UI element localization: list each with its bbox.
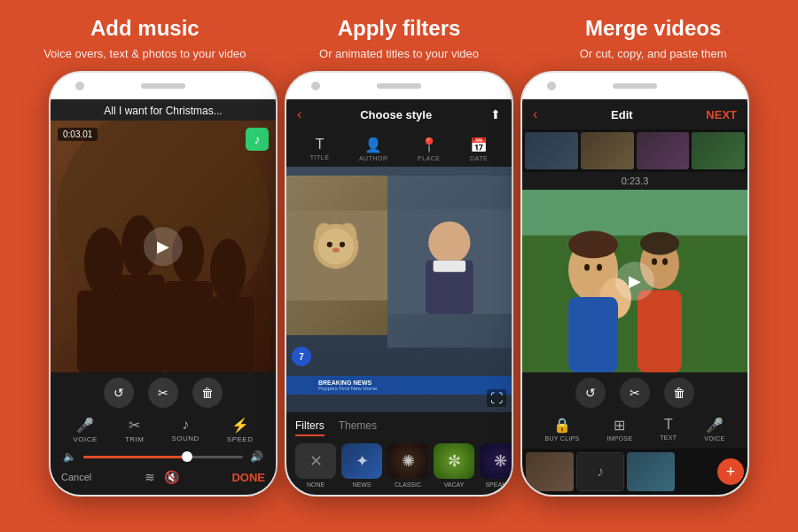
filter-news-label: NEWS — [353, 481, 372, 488]
bottom-icons: ≋ 🔇 — [145, 470, 179, 484]
puppy-area — [286, 176, 395, 335]
tool-voice[interactable]: 🎤 VOICE — [74, 417, 98, 443]
svg-point-15 — [318, 229, 355, 265]
delete-button[interactable]: 🗑 — [192, 378, 223, 408]
filter-speaker-label: SPEAKER — [485, 481, 512, 488]
svg-point-31 — [584, 264, 590, 271]
svg-rect-25 — [522, 236, 747, 373]
trim-button[interactable]: ✂ — [148, 378, 178, 408]
phone2-share-button[interactable]: ⬆ — [490, 107, 501, 121]
icon-place[interactable]: 📍 PLACE — [418, 137, 440, 161]
filter-tabs: Filters Themes — [295, 419, 503, 436]
filter-speaker[interactable]: ❋ SPEAKER — [480, 443, 512, 488]
icon-author[interactable]: 👤 AUTHOR — [359, 137, 388, 161]
phone1-play-button[interactable]: ▶ — [144, 227, 183, 266]
music-note-badge: ♪ — [246, 128, 269, 151]
done-button[interactable]: DONE — [231, 471, 265, 484]
filter-none-label: NONE — [307, 481, 325, 488]
impose-icon: ⊞ — [614, 417, 625, 434]
place-icon: 📍 — [420, 137, 438, 153]
filter-none[interactable]: ✕ NONE — [295, 443, 336, 488]
phone-apply-filters: ‹ Choose style ⬆ T TITLE 👤 AUTHOR 📍 PLAC… — [285, 71, 513, 497]
phone2-video-area: 7 BREAKING NEWS Puppies Find New Home ⛶ — [286, 167, 512, 412]
news-lower-third: 7 BREAKING NEWS Puppies Find New Home — [286, 376, 512, 395]
voice-icon: 🎤 — [76, 417, 94, 434]
fullscreen-button[interactable]: ⛶ — [487, 389, 506, 407]
phone2-header: ‹ Choose style ⬆ — [286, 99, 512, 129]
vol-high-icon: 🔊 — [250, 450, 263, 463]
icon-date[interactable]: 📅 DATE — [470, 137, 488, 161]
phone3-title: Edit — [611, 108, 633, 121]
date-label: DATE — [470, 155, 488, 161]
phone1-controls: ↺ ✂ 🗑 🎤 VOICE ✂ TRIM ♪ SOUND — [51, 372, 276, 495]
svg-rect-36 — [638, 290, 682, 372]
cancel-button[interactable]: Cancel — [61, 472, 91, 482]
phone2-back-button[interactable]: ‹ — [297, 106, 301, 122]
p3-delete-button[interactable]: 🗑 — [664, 378, 694, 408]
phone3-tool-row: 🔒 BUY CLIPS ⊞ IMPOSE T TEXT 🎤 VOICE — [522, 413, 747, 445]
phone3-timestamp: 0:23.3 — [522, 172, 747, 190]
filter-classic[interactable]: ✺ CLASSIC — [387, 443, 428, 488]
tab-themes[interactable]: Themes — [339, 419, 377, 436]
tool-sound[interactable]: ♪ SOUND — [171, 417, 199, 443]
music-note-circle: ♪ — [577, 453, 623, 490]
svg-point-30 — [640, 232, 679, 255]
filter-news[interactable]: ✦ NEWS — [341, 443, 382, 488]
place-label: PLACE — [418, 155, 440, 161]
text-label: TEXT — [660, 434, 677, 441]
title-label: TITLE — [310, 154, 330, 160]
undo-button[interactable]: ↺ — [104, 378, 134, 408]
filter-vacay-label: VACAY — [444, 481, 465, 488]
phone3-back-button[interactable]: ‹ — [533, 106, 537, 122]
bottom-thumb-3 — [627, 452, 675, 491]
title-icon: T — [316, 137, 325, 153]
tool-speed[interactable]: ⚡ SPEED — [227, 417, 254, 443]
burst-classic: ✺ — [387, 443, 428, 479]
p3-cut-button[interactable]: ✂ — [620, 378, 650, 408]
phone2-icons-row: T TITLE 👤 AUTHOR 📍 PLACE 📅 DATE — [286, 129, 512, 167]
tool-text[interactable]: T TEXT — [660, 417, 677, 442]
phone3-next-button[interactable]: NEXT — [706, 108, 737, 121]
feature-title-3: Merge videos — [526, 16, 780, 41]
phone3-top-strip — [522, 129, 747, 172]
phone3-controls: ↺ ✂ 🗑 🔒 BUY CLIPS ⊞ IMPOSE T TEXT — [522, 372, 747, 449]
volume-fill — [83, 456, 187, 458]
tool-impose[interactable]: ⊞ IMPOSE — [606, 417, 632, 442]
tool-buy-clips[interactable]: 🔒 BUY CLIPS — [544, 417, 579, 442]
strip-thumb-1 — [525, 132, 578, 169]
burst-news: ✦ — [341, 443, 382, 479]
speed-icon: ⚡ — [231, 417, 249, 434]
p3-undo-button[interactable]: ↺ — [575, 378, 606, 408]
phone1-video-area: 0:03.01 ♪ ▶ — [51, 121, 276, 372]
filter-news-img: ✦ — [341, 443, 382, 479]
phone1-tool-row: 🎤 VOICE ✂ TRIM ♪ SOUND ⚡ SPEED — [51, 413, 276, 447]
volume-slider[interactable] — [83, 456, 243, 458]
phone3-ctrl-row: ↺ ✂ 🗑 — [522, 378, 747, 408]
bottom-thumb-1 — [526, 452, 574, 491]
svg-point-16 — [327, 242, 332, 247]
buy-clips-icon: 🔒 — [553, 417, 571, 434]
tool-trim[interactable]: ✂ TRIM — [125, 417, 145, 443]
volume-thumb — [182, 451, 192, 462]
phone1-ctrl-row: ↺ ✂ 🗑 — [51, 378, 276, 408]
phone1-inner: All I want for Christmas... — [51, 99, 276, 495]
news-channel-logo: 7 — [292, 347, 311, 366]
strip-thumb-2 — [581, 132, 634, 169]
filter-vacay[interactable]: ✼ VACAY — [434, 443, 474, 488]
filter-vacay-img: ✼ — [434, 443, 474, 479]
news-breaking: BREAKING NEWS — [318, 379, 505, 386]
phone3-play-button[interactable]: ▶ — [615, 262, 654, 301]
tool-sound-label: SOUND — [171, 434, 199, 442]
tab-filters[interactable]: Filters — [295, 419, 325, 436]
feature-subtitle-3: Or cut, copy, and paste them — [526, 46, 780, 62]
feature-merge-videos: Merge videos Or cut, copy, and paste the… — [526, 16, 780, 62]
feature-subtitle-2: Or animated titles to your video — [272, 46, 527, 62]
feature-headers: Add music Voice overs, text & photos to … — [0, 0, 798, 71]
puppy-svg — [286, 176, 395, 335]
feature-add-music: Add music Voice overs, text & photos to … — [18, 16, 272, 62]
news-anchor-area — [387, 176, 512, 348]
add-clip-button[interactable]: + — [717, 458, 744, 485]
tool-p3-voice[interactable]: 🎤 VOICE — [704, 417, 724, 442]
icon-title[interactable]: T TITLE — [310, 137, 330, 161]
phone2-filters-panel: Filters Themes ✕ NONE ✦ NEWS ✺ CLASSIC — [286, 412, 512, 495]
